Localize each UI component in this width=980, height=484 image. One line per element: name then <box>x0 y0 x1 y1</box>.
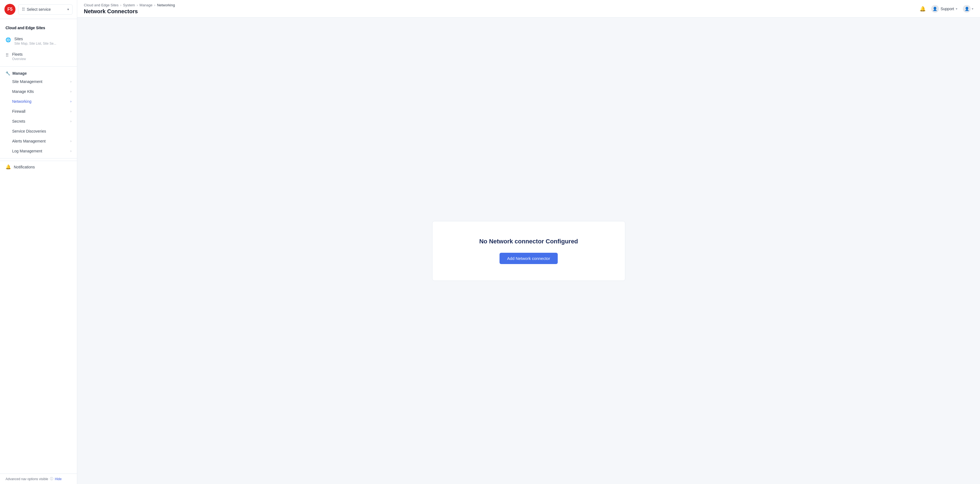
chevron-right-icon: › <box>70 139 72 143</box>
fleets-icon: ⠿ <box>6 52 9 58</box>
sites-label: Sites <box>14 36 56 41</box>
sidebar-item-label: Networking <box>12 99 32 104</box>
sidebar-item-label: Log Management <box>12 149 42 153</box>
chevron-down-icon: ▾ <box>67 8 69 11</box>
breadcrumb-separator: › <box>154 3 155 7</box>
breadcrumb-item-0[interactable]: Cloud and Edge Sites <box>84 3 119 7</box>
hide-link[interactable]: Hide <box>55 477 62 481</box>
sites-icon: 🌐 <box>6 37 11 43</box>
chevron-right-icon: › <box>70 119 72 123</box>
sidebar-item-alerts-management[interactable]: Alerts Management› <box>0 136 77 146</box>
fleets-sub: Overview <box>12 57 26 61</box>
sidebar-item-label: Service Discoveries <box>12 129 46 133</box>
breadcrumb-item-1[interactable]: System <box>123 3 135 7</box>
sidebar-item-label: Site Management <box>12 79 43 84</box>
divider-2 <box>0 158 77 159</box>
sidebar-item-manage-k8s[interactable]: Manage K8s› <box>0 87 77 97</box>
sidebar-item-label: Alerts Management <box>12 139 46 143</box>
sidebar-content: Cloud and Edge Sites 🌐 Sites Site Map, S… <box>0 19 77 473</box>
fleets-label: Fleets <box>12 52 26 57</box>
topbar-right: 🔔 👤 Support ▾ 👤 ▾ <box>920 5 974 13</box>
manage-section: 🔧 Manage <box>0 69 77 77</box>
manage-label: Manage <box>13 71 27 76</box>
sidebar-item-site-management[interactable]: Site Management› <box>0 77 77 87</box>
user-avatar-button[interactable]: 👤 ▾ <box>963 5 974 13</box>
bell-icon: 🔔 <box>6 164 11 170</box>
chevron-right-icon: › <box>70 100 72 103</box>
support-label: Support <box>940 6 954 11</box>
notification-bell-icon[interactable]: 🔔 <box>920 6 926 12</box>
wrench-icon: 🔧 <box>6 71 10 76</box>
info-icon: ⓘ <box>50 476 53 481</box>
sites-nav-text: Sites Site Map, Site List, Site Se... <box>14 36 56 46</box>
sidebar-item-label: Secrets <box>12 119 25 124</box>
support-button[interactable]: 👤 Support ▾ <box>931 5 958 13</box>
sites-sub: Site Map, Site List, Site Se... <box>14 41 56 46</box>
sidebar-item-networking[interactable]: Networking› <box>0 97 77 106</box>
footer-text: Advanced nav options visible <box>6 477 48 481</box>
sidebar-header: F5 ⠿ Select service ▾ <box>0 0 77 19</box>
select-service-button[interactable]: ⠿ Select service ▾ <box>18 5 73 14</box>
sidebar-item-secrets[interactable]: Secrets› <box>0 116 77 126</box>
page-content: No Network connector Configured Add Netw… <box>77 17 980 484</box>
main-area: Cloud and Edge Sites›System›Manage›Netwo… <box>77 0 980 484</box>
empty-state-title: No Network connector Configured <box>455 238 603 245</box>
sidebar-item-label: Firewall <box>12 109 25 114</box>
sidebar-item-log-management[interactable]: Log Management› <box>0 146 77 156</box>
grid-icon: ⠿ <box>22 7 25 12</box>
chevron-right-icon: › <box>70 90 72 94</box>
support-user-icon: 👤 <box>931 5 939 13</box>
breadcrumb-separator: › <box>120 3 121 7</box>
chevron-right-icon: › <box>70 80 72 84</box>
breadcrumb-separator: › <box>137 3 138 7</box>
sidebar-item-fleets[interactable]: ⠿ Fleets Overview <box>0 49 77 64</box>
select-service-label: Select service <box>27 7 51 11</box>
support-chevron-icon: ▾ <box>956 7 958 11</box>
notifications-section[interactable]: 🔔 Notifications <box>0 161 77 173</box>
avatar-chevron-icon: ▾ <box>972 7 974 11</box>
manage-menu: Site Management›Manage K8s›Networking›Fi… <box>0 77 77 156</box>
empty-state-card: No Network connector Configured Add Netw… <box>432 221 625 281</box>
page-title: Network Connectors <box>84 8 175 14</box>
sidebar-item-label: Manage K8s <box>12 89 34 94</box>
add-network-connector-button[interactable]: Add Network connector <box>500 253 558 264</box>
fleets-nav-text: Fleets Overview <box>12 52 26 61</box>
section-title: Cloud and Edge Sites <box>0 24 77 33</box>
chevron-right-icon: › <box>70 109 72 113</box>
sidebar-item-firewall[interactable]: Firewall› <box>0 106 77 116</box>
notifications-label: Notifications <box>14 165 35 169</box>
breadcrumb: Cloud and Edge Sites›System›Manage›Netwo… <box>84 3 175 7</box>
sidebar: F5 ⠿ Select service ▾ Cloud and Edge Sit… <box>0 0 77 484</box>
sidebar-footer: Advanced nav options visible ⓘ Hide <box>0 473 77 484</box>
sidebar-item-sites[interactable]: 🌐 Sites Site Map, Site List, Site Se... <box>0 33 77 49</box>
breadcrumb-item-3: Networking <box>157 3 175 7</box>
avatar: 👤 <box>963 5 970 13</box>
topbar: Cloud and Edge Sites›System›Manage›Netwo… <box>77 0 980 17</box>
sidebar-item-service-discoveries[interactable]: Service Discoveries <box>0 126 77 136</box>
breadcrumb-item-2[interactable]: Manage <box>140 3 153 7</box>
f5-logo: F5 <box>5 4 16 15</box>
topbar-left: Cloud and Edge Sites›System›Manage›Netwo… <box>84 3 175 14</box>
chevron-right-icon: › <box>70 149 72 153</box>
